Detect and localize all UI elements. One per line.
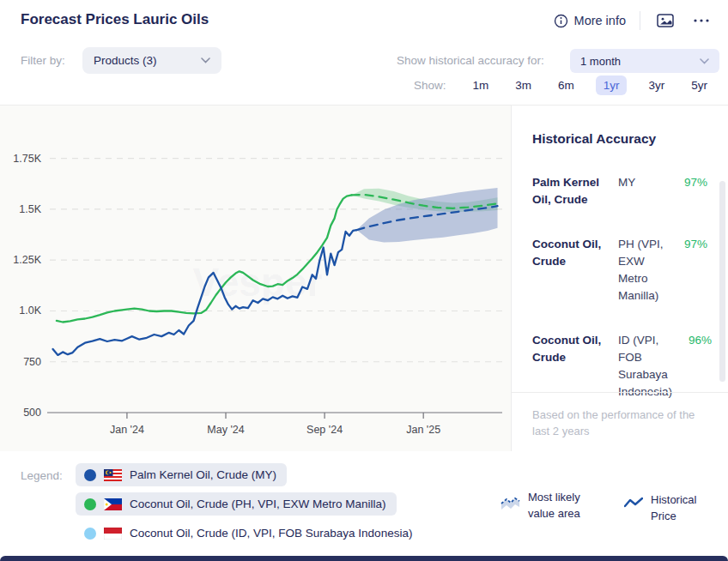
- chevron-down-icon: [700, 58, 709, 64]
- svg-text:1.75K: 1.75K: [13, 153, 41, 165]
- legend-section: Legend: Palm Kernel Oil, Crude (MY): [0, 451, 728, 556]
- range-button-1m[interactable]: 1m: [467, 75, 494, 95]
- next-section-edge: [0, 556, 728, 561]
- historical-line-icon: [624, 497, 643, 509]
- accuracy-region: MY: [618, 174, 668, 208]
- accuracy-period-value: 1 month: [580, 55, 621, 68]
- image-icon: [657, 13, 674, 28]
- filter-by-label: Filter by:: [21, 54, 65, 67]
- ellipsis-icon: [693, 18, 710, 23]
- range-button-5yr[interactable]: 5yr: [686, 75, 713, 95]
- accuracy-row: Palm Kernel Oil, Crude MY 97%: [532, 174, 707, 208]
- philippines-flag-icon: [104, 498, 122, 510]
- export-image-button[interactable]: [654, 10, 676, 31]
- header: Forecast Prices Lauric Oils More info: [0, 0, 728, 105]
- products-dropdown-value: Products (3): [94, 54, 157, 67]
- legend-item-coconut-id[interactable]: Coconut Oil, Crude (ID, VPI, FOB Surabay…: [76, 522, 422, 545]
- price-chart[interactable]: Vesper5007501.0K1.25K1.5K1.75KJan '24May…: [0, 106, 511, 451]
- accuracy-region: ID (VPI, FOB Surabaya Indonesia): [618, 332, 672, 401]
- most-likely-area-legend: Most likely value area: [500, 489, 590, 522]
- chart-section: Vesper5007501.0K1.25K1.5K1.75KJan '24May…: [0, 105, 728, 450]
- series-color-dot: [84, 528, 96, 540]
- show-label: Show:: [414, 79, 446, 92]
- range-button-6m[interactable]: 6m: [553, 75, 579, 95]
- accuracy-period-dropdown[interactable]: 1 month: [570, 49, 719, 73]
- legend-item-label: Coconut Oil, Crude (ID, VPI, FOB Surabay…: [130, 527, 412, 540]
- most-likely-label: Most likely value area: [528, 489, 590, 522]
- accuracy-row: Coconut Oil, Crude ID (VPI, FOB Surabaya…: [532, 332, 707, 401]
- series-color-dot: [84, 469, 96, 481]
- accuracy-percent: 97%: [675, 236, 707, 305]
- panel-title: Historical Accuracy: [532, 131, 707, 147]
- svg-text:Sep '24: Sep '24: [306, 424, 343, 436]
- svg-text:1.5K: 1.5K: [19, 203, 41, 215]
- accuracy-percent: 97%: [675, 174, 707, 208]
- malaysia-flag-icon: [104, 469, 122, 481]
- more-info-label: More info: [574, 14, 626, 27]
- forecast-line-chart: Vesper5007501.0K1.25K1.5K1.75KJan '24May…: [0, 106, 511, 451]
- info-icon: [554, 14, 568, 28]
- svg-text:500: 500: [23, 407, 41, 419]
- accuracy-product: Coconut Oil, Crude: [532, 332, 611, 401]
- historical-price-label: Historical Price: [651, 492, 706, 524]
- time-range-selector: Show: 1m3m6m1yr3yr5yr: [414, 75, 713, 95]
- legend-items: Palm Kernel Oil, Crude (MY) Coconut Oil,…: [76, 463, 422, 545]
- accuracy-row: Coconut Oil, Crude PH (VPI, EXW Metro Ma…: [532, 236, 707, 305]
- accuracy-for-label: Show historical accuracy for:: [397, 54, 560, 67]
- legend-label: Legend:: [21, 469, 63, 482]
- series-color-dot: [84, 498, 96, 510]
- panel-scrollbar[interactable]: [719, 181, 725, 382]
- historical-accuracy-panel: Historical Accuracy Palm Kernel Oil, Cru…: [511, 106, 728, 451]
- svg-text:750: 750: [23, 356, 41, 368]
- legend-item-coconut-ph[interactable]: Coconut Oil, Crude (PH, VPI, EXW Metro M…: [76, 492, 397, 516]
- forecast-widget: Forecast Prices Lauric Oils More info: [0, 0, 728, 561]
- range-button-3m[interactable]: 3m: [510, 75, 537, 95]
- svg-text:1.0K: 1.0K: [19, 305, 41, 317]
- accuracy-product: Coconut Oil, Crude: [532, 236, 611, 305]
- svg-text:Jan '24: Jan '24: [110, 424, 144, 436]
- range-button-3yr[interactable]: 3yr: [643, 75, 670, 95]
- legend-item-label: Coconut Oil, Crude (PH, VPI, EXW Metro M…: [130, 498, 386, 510]
- accuracy-region: PH (VPI, EXW Metro Manilla): [618, 236, 668, 305]
- historical-price-legend: Historical Price: [624, 492, 706, 524]
- chevron-down-icon: [201, 57, 210, 63]
- accuracy-product: Palm Kernel Oil, Crude: [532, 174, 611, 208]
- header-actions: More info: [554, 10, 713, 31]
- header-divider: [640, 11, 640, 30]
- value-area-icon: [500, 494, 520, 513]
- svg-text:May '24: May '24: [207, 424, 244, 436]
- more-info-button[interactable]: More info: [554, 14, 626, 28]
- indonesia-flag-icon: [104, 528, 122, 540]
- legend-item-label: Palm Kernel Oil, Crude (MY): [130, 468, 276, 481]
- range-button-1yr[interactable]: 1yr: [596, 75, 628, 95]
- more-options-button[interactable]: [690, 10, 713, 31]
- products-dropdown[interactable]: Products (3): [82, 47, 221, 74]
- accuracy-percent: 96%: [679, 332, 712, 401]
- svg-text:1.25K: 1.25K: [13, 254, 41, 266]
- legend-item-palm-kernel-my[interactable]: Palm Kernel Oil, Crude (MY): [76, 463, 287, 486]
- svg-text:Jan '25: Jan '25: [406, 424, 440, 436]
- page-title: Forecast Prices Lauric Oils: [21, 11, 209, 28]
- range-buttons: 1m3m6m1yr3yr5yr: [467, 75, 713, 95]
- accuracy-rows: Palm Kernel Oil, Crude MY 97% Coconut Oi…: [532, 174, 707, 401]
- panel-footnote: Based on the performance of the last 2 y…: [512, 392, 728, 451]
